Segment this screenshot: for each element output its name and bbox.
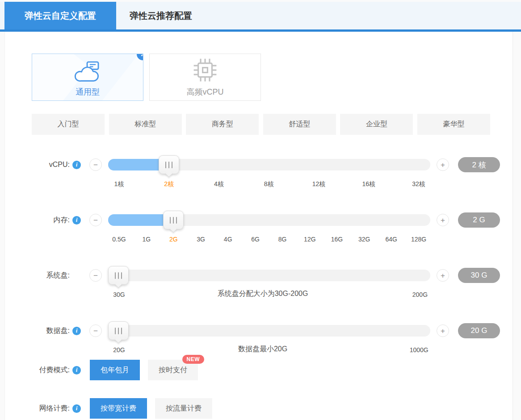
card-general-type[interactable]: ✓ 通用型 xyxy=(32,54,143,101)
memory-tick-128G: 128G xyxy=(411,236,426,243)
info-icon[interactable]: i xyxy=(72,404,81,413)
payment-option-prepaid-button[interactable]: 包年包月 xyxy=(90,360,140,380)
memory-tick-64G: 64G xyxy=(386,236,397,243)
cpu-icon xyxy=(192,57,218,83)
system-disk-tick-200G: 200G xyxy=(412,291,428,298)
system-disk-value-badge: 30 G xyxy=(458,268,500,283)
slider-row-vcpu: vCPU:i−1核2核4核8核12核16核32核+2 核 xyxy=(5,152,513,196)
payment-mode-row: 付费模式: i 包年包月 按时支付 NEW xyxy=(5,357,513,383)
vcpu-label: vCPU: xyxy=(49,161,70,169)
vcpu-decrease-button[interactable]: − xyxy=(89,158,102,171)
system-disk-note: 系统盘分配大小为30G-200G xyxy=(218,289,308,299)
network-option-traffic-button[interactable]: 按流量计费 xyxy=(155,398,212,419)
memory-tick-32G: 32G xyxy=(358,236,370,243)
card-label: 通用型 xyxy=(76,87,100,97)
preset-button-5[interactable]: 企业型 xyxy=(340,114,413,135)
preset-button-4[interactable]: 舒适型 xyxy=(263,114,336,135)
instance-type-cards: ✓ 通用型 xyxy=(32,54,261,101)
data-disk-tick-20G: 20G xyxy=(113,346,125,353)
card-high-freq-vcpu[interactable]: 高频vCPU xyxy=(149,54,261,101)
preset-button-3[interactable]: 商务型 xyxy=(186,114,259,135)
payment-option-label: 按时支付 xyxy=(159,366,187,375)
config-panel: ✓ 通用型 xyxy=(4,32,513,420)
data-disk-value-badge: 20 G xyxy=(458,323,500,338)
vcpu-increase-button[interactable]: + xyxy=(437,158,449,171)
memory-value-badge: 2 G xyxy=(458,212,500,228)
memory-tick-3G: 3G xyxy=(197,236,205,243)
vcpu-tick-4核: 4核 xyxy=(214,180,224,188)
new-badge: NEW xyxy=(182,355,205,364)
memory-tick-1G: 1G xyxy=(142,236,151,243)
memory-slider-track[interactable] xyxy=(108,214,430,226)
memory-tick-12G: 12G xyxy=(304,236,315,243)
memory-label-cell: 内存:i xyxy=(5,216,81,225)
vcpu-tick-12核: 12核 xyxy=(312,180,326,188)
tab-custom-config[interactable]: 弹性云自定义配置 xyxy=(4,2,116,29)
slider-row-memory: 内存:i−0.5G1G2G3G4G6G8G12G16G32G64G128G+2 … xyxy=(5,207,513,252)
vcpu-slider-track[interactable] xyxy=(108,159,430,170)
memory-slider-handle[interactable] xyxy=(163,211,184,229)
preset-button-1[interactable]: 入门型 xyxy=(32,114,105,135)
preset-row: 入门型标准型商务型舒适型企业型豪华型 xyxy=(32,114,490,135)
slider-row-system-disk: 系统盘:−30G200G系统盘分配大小为30G-200G+30 G xyxy=(5,262,513,307)
system-disk-slider-handle[interactable] xyxy=(108,266,129,285)
memory-tick-2G: 2G xyxy=(169,236,178,243)
system-disk-slider-track[interactable] xyxy=(108,270,430,281)
tab-recommended-config[interactable]: 弹性云推荐配置 xyxy=(116,2,212,29)
memory-increase-button[interactable]: + xyxy=(437,214,449,226)
vcpu-slider-handle[interactable] xyxy=(159,155,179,174)
network-billing-label-cell: 网络计费: i xyxy=(5,404,81,413)
memory-tick-4G: 4G xyxy=(224,236,232,243)
data-disk-label-cell: 数据盘:i xyxy=(5,326,81,336)
info-icon[interactable]: i xyxy=(72,216,81,225)
system-disk-decrease-button[interactable]: − xyxy=(89,269,102,282)
info-icon[interactable]: i xyxy=(72,327,81,335)
preset-button-2[interactable]: 标准型 xyxy=(109,114,182,135)
tab-bar: 弹性云自定义配置 弹性云推荐配置 xyxy=(0,2,521,32)
preset-button-6[interactable]: 豪华型 xyxy=(417,114,490,135)
memory-decrease-button[interactable]: − xyxy=(89,214,102,226)
system-disk-label-cell: 系统盘: xyxy=(5,271,81,280)
data-disk-decrease-button[interactable]: − xyxy=(89,324,102,337)
data-disk-slider-track[interactable] xyxy=(108,325,430,337)
vcpu-tick-1核: 1核 xyxy=(114,180,124,188)
card-label: 高频vCPU xyxy=(186,87,223,97)
system-disk-label: 系统盘: xyxy=(46,271,70,280)
vcpu-label-cell: vCPU:i xyxy=(5,161,81,169)
system-disk-tick-30G: 30G xyxy=(113,291,125,298)
memory-label: 内存: xyxy=(54,216,70,225)
info-icon[interactable]: i xyxy=(72,161,81,169)
network-billing-row: 网络计费: i 按带宽计费 按流量计费 xyxy=(5,395,513,420)
payment-mode-label-cell: 付费模式: i xyxy=(5,366,81,375)
payment-mode-label: 付费模式: xyxy=(39,366,70,375)
vcpu-value-badge: 2 核 xyxy=(458,157,500,172)
memory-tick-16G: 16G xyxy=(331,236,343,243)
info-icon[interactable]: i xyxy=(72,366,81,374)
vcpu-tick-16核: 16核 xyxy=(362,180,375,188)
data-disk-slider-handle[interactable] xyxy=(108,321,129,340)
cloud-server-icon xyxy=(74,57,101,83)
vcpu-tick-8核: 8核 xyxy=(264,180,274,188)
payment-option-hourly-button[interactable]: 按时支付 NEW xyxy=(148,360,198,380)
vcpu-tick-2核: 2核 xyxy=(164,180,174,188)
check-icon: ✓ xyxy=(137,54,143,60)
network-billing-label: 网络计费: xyxy=(39,404,70,413)
memory-tick-0.5G: 0.5G xyxy=(112,236,126,243)
vcpu-tick-32核: 32核 xyxy=(412,180,425,188)
network-option-bandwidth-button[interactable]: 按带宽计费 xyxy=(90,398,147,419)
slider-row-data-disk: 数据盘:i−20G1000G数据盘最小20G+20 G xyxy=(5,318,513,362)
system-disk-increase-button[interactable]: + xyxy=(437,269,449,282)
memory-tick-8G: 8G xyxy=(278,236,287,243)
data-disk-tick-1000G: 1000G xyxy=(410,346,429,353)
data-disk-note: 数据盘最小20G xyxy=(238,345,287,354)
memory-tick-6G: 6G xyxy=(251,236,260,243)
data-disk-increase-button[interactable]: + xyxy=(437,324,449,337)
data-disk-label: 数据盘: xyxy=(46,326,70,336)
